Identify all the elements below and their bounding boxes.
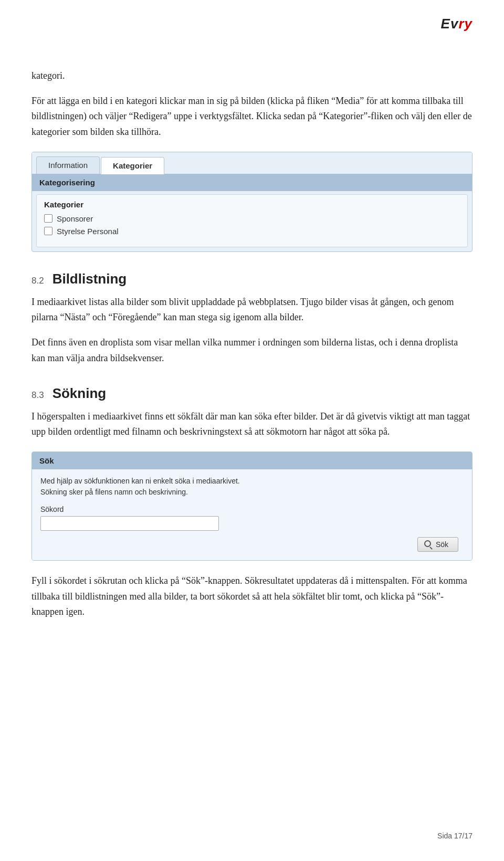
sokord-label: Sökord xyxy=(40,505,464,513)
logo-ry: ry xyxy=(458,16,472,32)
sok-body: Med hjälp av sökfunktionen kan ni enkelt… xyxy=(32,469,472,560)
page-number: Sida 17/17 xyxy=(437,832,472,840)
sokord-input[interactable] xyxy=(40,516,219,531)
section-8-3-paragraph1: I högerspalten i mediaarkivet finns ett … xyxy=(32,409,472,440)
tab-widget: Information Kategorier Kategorisering Ka… xyxy=(32,152,472,252)
checkbox-sponsorer-box[interactable] xyxy=(44,214,52,223)
sok-header: Sök xyxy=(32,452,472,469)
section-8-2-paragraph2: Det finns även en droplista som visar me… xyxy=(32,335,472,366)
sok-description-line2: Sökning sker på filens namn och beskrivn… xyxy=(40,488,188,496)
kategorier-title: Kategorier xyxy=(44,200,460,209)
checkbox-sponsorer[interactable]: Sponsorer xyxy=(44,214,460,223)
tab-content: Kategorisering Kategorier Sponsorer Styr… xyxy=(32,174,472,247)
sok-button[interactable]: Sök xyxy=(417,537,458,552)
logo-ev: Ev xyxy=(441,16,459,32)
sok-widget: Sök Med hjälp av sökfunktionen kan ni en… xyxy=(32,452,472,561)
section-8-3-paragraph2: Fyll i sökordet i sökrutan och klicka på… xyxy=(32,573,472,620)
search-icon xyxy=(424,540,433,549)
tab-bar: Information Kategorier xyxy=(32,152,472,174)
section-8-3-number: 8.3 xyxy=(32,390,44,401)
sok-description-line1: Med hjälp av sökfunktionen kan ni enkelt… xyxy=(40,477,240,485)
section-8-3-heading: 8.3 Sökning xyxy=(32,385,472,402)
paragraph1: För att lägga en bild i en kategori klic… xyxy=(32,93,472,140)
page-footer: Sida 17/17 xyxy=(437,832,472,840)
tab-kategorier[interactable]: Kategorier xyxy=(101,157,164,174)
intro-paragraph: kategori. xyxy=(32,68,472,84)
checkbox-styrelse[interactable]: Styrelse Personal xyxy=(44,227,460,236)
kategorier-section: Kategorier Sponsorer Styrelse Personal xyxy=(36,194,468,247)
section-8-3-title: Sökning xyxy=(52,385,107,402)
sok-description: Med hjälp av sökfunktionen kan ni enkelt… xyxy=(40,476,464,498)
section-8-2-heading: 8.2 Bildlistning xyxy=(32,271,472,287)
checkbox-sponsorer-label: Sponsorer xyxy=(57,214,93,223)
sok-button-label: Sök xyxy=(436,540,448,549)
main-content: kategori. För att lägga en bild i en kat… xyxy=(32,68,472,620)
checkbox-styrelse-box[interactable] xyxy=(44,227,52,235)
checkbox-styrelse-label: Styrelse Personal xyxy=(57,227,119,236)
section-8-2-paragraph1: I mediaarkivet listas alla bilder som bl… xyxy=(32,295,472,326)
logo: Evry xyxy=(441,16,472,32)
section-8-2-number: 8.2 xyxy=(32,276,44,286)
section-8-2-title: Bildlistning xyxy=(52,271,127,287)
kategorisering-bar: Kategorisering xyxy=(32,174,472,191)
tab-information[interactable]: Information xyxy=(36,156,100,174)
